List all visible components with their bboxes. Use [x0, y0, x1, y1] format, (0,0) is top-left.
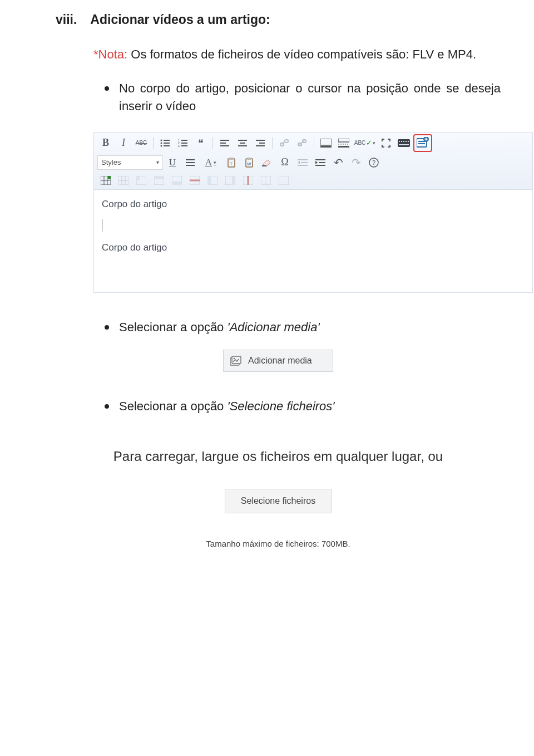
toolbar-row-3	[94, 171, 532, 189]
chevron-down-icon: ▾	[156, 159, 159, 165]
editor-body[interactable]: Corpo do artigo Corpo do artigo	[94, 190, 532, 292]
align-right-button[interactable]	[252, 136, 269, 150]
svg-rect-73	[136, 176, 140, 180]
bullet-step-3-text: Selecionar a opção 'Selecione ficheiros'	[119, 397, 501, 415]
svg-rect-17	[238, 145, 247, 146]
spellcheck-button[interactable]: ABC ✓ ▾	[353, 136, 377, 150]
svg-rect-32	[401, 141, 402, 142]
svg-rect-60	[315, 165, 325, 166]
indent-button[interactable]	[312, 155, 329, 170]
adicionar-media-button[interactable]: Adicionar media	[223, 350, 333, 372]
svg-point-0	[161, 139, 162, 141]
text-color-button[interactable]: A▾	[200, 155, 222, 170]
svg-rect-53	[298, 159, 308, 160]
svg-rect-25	[320, 139, 332, 145]
svg-marker-58	[315, 161, 318, 164]
table-insert-row-after-button[interactable]	[169, 173, 185, 188]
separator-icon	[272, 137, 273, 149]
upload-drop-text: Para carregar, largue os ficheiros em qu…	[81, 449, 476, 464]
svg-text:W: W	[247, 161, 251, 166]
align-left-button[interactable]	[216, 136, 233, 150]
svg-rect-22	[285, 140, 288, 143]
svg-text:3: 3	[178, 144, 180, 147]
add-media-highlight	[413, 134, 432, 152]
svg-rect-18	[256, 140, 265, 141]
svg-rect-21	[280, 143, 284, 146]
insert-table-button[interactable]	[97, 173, 114, 188]
adicionar-media-button-label: Adicionar media	[248, 356, 312, 366]
table-insert-row-before-button[interactable]	[151, 173, 167, 188]
numbered-list-button[interactable]: 1 2 3	[175, 136, 191, 150]
svg-point-4	[161, 145, 162, 146]
svg-rect-14	[220, 145, 229, 146]
svg-rect-30	[398, 139, 410, 147]
svg-rect-1	[164, 140, 170, 141]
strikethrough-button[interactable]: ABC	[133, 136, 150, 150]
svg-rect-57	[315, 159, 325, 160]
insert-image-button[interactable]	[318, 136, 334, 150]
align-center-button[interactable]	[234, 136, 251, 150]
bullet-step-2-text: Selecionar a opção 'Adicionar media'	[119, 318, 501, 336]
add-media-button[interactable]	[415, 136, 431, 149]
note-line: *Nota: Os formatos de ficheiros de vídeo…	[93, 47, 501, 62]
svg-rect-88	[279, 176, 289, 185]
bullet-step-1-text: No corpo do artigo, posicionar o cursor …	[119, 80, 501, 115]
bullet-dot-icon	[105, 404, 109, 409]
paste-word-button[interactable]: W	[241, 155, 258, 170]
unlink-button[interactable]	[294, 136, 310, 150]
svg-point-91	[234, 357, 235, 359]
svg-rect-83	[232, 176, 235, 185]
svg-rect-81	[207, 176, 211, 185]
bold-button[interactable]: B	[97, 136, 114, 150]
remove-format-button[interactable]	[259, 155, 275, 170]
special-char-button[interactable]: Ω	[276, 155, 293, 170]
svg-rect-3	[164, 143, 170, 144]
help-button[interactable]: ?	[365, 155, 382, 170]
svg-rect-16	[240, 143, 245, 144]
editor-line: Corpo do artigo	[102, 198, 525, 211]
svg-rect-26	[320, 146, 332, 148]
underline-button[interactable]: U	[164, 155, 181, 170]
table-delete-row-button[interactable]	[186, 173, 203, 188]
italic-button[interactable]: I	[115, 136, 132, 150]
insert-break-button[interactable]	[335, 136, 352, 150]
editor-screenshot: B I ABC 1 2 3	[93, 132, 533, 293]
table-insert-col-before-button[interactable]	[204, 173, 221, 188]
svg-rect-19	[259, 143, 265, 144]
svg-rect-29	[338, 146, 349, 148]
table-cell-props-button[interactable]	[133, 173, 150, 188]
svg-rect-67	[108, 176, 111, 179]
outdent-button[interactable]	[294, 155, 311, 170]
table-insert-col-after-button[interactable]	[222, 173, 239, 188]
fullscreen-button[interactable]	[378, 136, 394, 150]
undo-button[interactable]: ↶	[330, 155, 347, 170]
svg-rect-24	[303, 140, 306, 143]
editor-toolbar: B I ABC 1 2 3	[94, 132, 532, 190]
table-row-props-button[interactable]	[115, 173, 132, 188]
svg-rect-75	[154, 176, 164, 179]
svg-rect-52	[262, 165, 266, 166]
toolbar-row-1: B I ABC 1 2 3	[94, 132, 532, 154]
svg-rect-47	[229, 158, 234, 160]
svg-rect-59	[319, 162, 325, 163]
styles-dropdown[interactable]: Styles ▾	[97, 155, 163, 170]
heading-index: viii.	[56, 12, 77, 27]
document-page: viii. Adicionar vídeos a um artigo: *Not…	[0, 0, 534, 756]
svg-rect-5	[164, 145, 170, 146]
selecione-ficheiros-button[interactable]: Selecione ficheiros	[225, 489, 332, 513]
align-justify-button[interactable]	[182, 155, 199, 170]
bulleted-list-button[interactable]	[157, 136, 174, 150]
editor-line: Corpo do artigo	[102, 241, 525, 254]
section-heading: viii. Adicionar vídeos a um artigo:	[56, 12, 501, 27]
table-merge-cell-button[interactable]	[275, 173, 292, 188]
redo-button[interactable]: ↷	[348, 155, 364, 170]
table-split-cell-button[interactable]	[258, 173, 274, 188]
paste-text-button[interactable]: T	[223, 155, 240, 170]
bullet-dot-icon	[105, 86, 109, 91]
keyboard-button[interactable]	[395, 136, 412, 150]
svg-rect-56	[298, 165, 308, 166]
table-delete-col-button[interactable]	[240, 173, 256, 188]
blockquote-button[interactable]: ❝	[192, 136, 209, 150]
bullet-dot-icon	[105, 325, 109, 330]
link-button[interactable]	[276, 136, 293, 150]
